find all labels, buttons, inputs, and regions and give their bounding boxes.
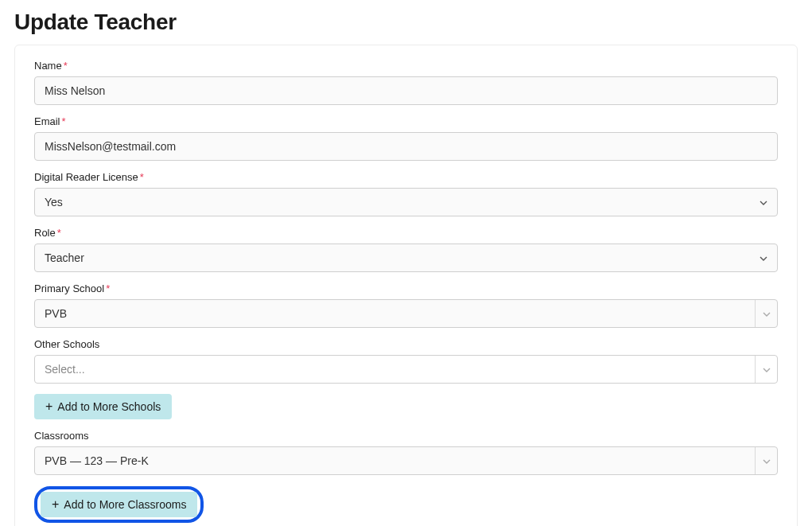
add-more-classrooms-label: Add to More Classrooms: [64, 498, 186, 511]
primary-school-value: PVB: [35, 300, 755, 327]
primary-school-label-text: Primary School: [34, 282, 104, 294]
email-input[interactable]: [34, 132, 778, 161]
field-license: Digital Reader License* Yes: [34, 171, 778, 216]
chevron-down-icon: [763, 456, 771, 466]
required-asterisk: *: [57, 227, 61, 239]
chevron-down-icon: [763, 364, 771, 374]
highlight-ring: + Add to More Classrooms: [34, 486, 204, 523]
email-label-text: Email: [34, 115, 60, 127]
primary-school-label: Primary School*: [34, 282, 778, 294]
name-input[interactable]: [34, 76, 778, 105]
email-label: Email*: [34, 115, 778, 127]
field-name: Name*: [34, 60, 778, 105]
other-schools-select[interactable]: Select...: [34, 355, 778, 384]
license-value: Yes: [45, 196, 63, 208]
required-asterisk: *: [62, 115, 66, 127]
required-asterisk: *: [140, 171, 144, 183]
add-more-schools-button[interactable]: + Add to More Schools: [34, 394, 172, 419]
license-select[interactable]: Yes: [34, 188, 778, 216]
classrooms-select[interactable]: PVB — 123 — Pre-K: [34, 446, 778, 475]
add-more-schools-label: Add to More Schools: [57, 400, 161, 413]
required-asterisk: *: [64, 60, 68, 72]
field-email: Email*: [34, 115, 778, 161]
add-more-classrooms-button[interactable]: + Add to More Classrooms: [41, 492, 197, 517]
primary-school-dropdown-handle[interactable]: [755, 300, 777, 327]
role-value: Teacher: [45, 251, 84, 264]
classrooms-dropdown-handle[interactable]: [755, 447, 777, 474]
other-schools-placeholder: Select...: [35, 356, 755, 383]
other-schools-dropdown-handle[interactable]: [755, 356, 777, 383]
chevron-down-icon: [760, 197, 767, 207]
field-role: Role* Teacher: [34, 227, 778, 272]
field-primary-school: Primary School* PVB: [34, 282, 778, 328]
plus-icon: +: [45, 400, 52, 413]
field-other-schools: Other Schools Select...: [34, 338, 778, 384]
name-label-text: Name: [34, 60, 62, 72]
chevron-down-icon: [760, 253, 767, 263]
license-label: Digital Reader License*: [34, 171, 778, 183]
page-title: Update Teacher: [14, 10, 798, 35]
chevron-down-icon: [763, 309, 771, 318]
classrooms-label: Classrooms: [34, 430, 778, 442]
add-schools-row: + Add to More Schools: [34, 394, 778, 419]
other-schools-label: Other Schools: [34, 338, 778, 350]
plus-icon: +: [52, 498, 59, 511]
classrooms-value: PVB — 123 — Pre-K: [35, 447, 755, 474]
required-asterisk: *: [106, 282, 110, 294]
add-classrooms-row: + Add to More Classrooms: [34, 486, 778, 523]
role-label-text: Role: [34, 227, 56, 239]
field-classrooms: Classrooms PVB — 123 — Pre-K: [34, 430, 778, 475]
role-select[interactable]: Teacher: [34, 244, 778, 272]
role-label: Role*: [34, 227, 778, 239]
primary-school-select[interactable]: PVB: [34, 299, 778, 328]
form-card: Name* Email* Digital Reader License* Yes…: [14, 45, 798, 526]
name-label: Name*: [34, 60, 778, 72]
license-label-text: Digital Reader License: [34, 171, 138, 183]
